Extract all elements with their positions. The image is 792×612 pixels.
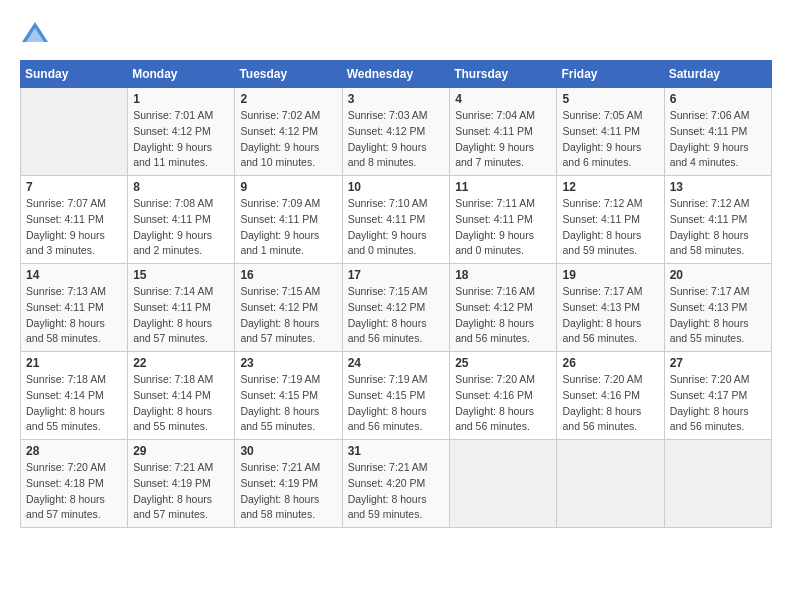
day-info: Sunrise: 7:14 AMSunset: 4:11 PMDaylight:… xyxy=(133,285,213,344)
day-number: 7 xyxy=(26,180,122,194)
calendar-cell: 28Sunrise: 7:20 AMSunset: 4:18 PMDayligh… xyxy=(21,440,128,528)
day-number: 27 xyxy=(670,356,766,370)
calendar-cell xyxy=(21,88,128,176)
day-number: 19 xyxy=(562,268,658,282)
calendar-cell: 24Sunrise: 7:19 AMSunset: 4:15 PMDayligh… xyxy=(342,352,450,440)
calendar-cell: 18Sunrise: 7:16 AMSunset: 4:12 PMDayligh… xyxy=(450,264,557,352)
calendar-cell: 10Sunrise: 7:10 AMSunset: 4:11 PMDayligh… xyxy=(342,176,450,264)
calendar-cell: 17Sunrise: 7:15 AMSunset: 4:12 PMDayligh… xyxy=(342,264,450,352)
day-info: Sunrise: 7:19 AMSunset: 4:15 PMDaylight:… xyxy=(348,373,428,432)
day-number: 23 xyxy=(240,356,336,370)
day-number: 17 xyxy=(348,268,445,282)
day-info: Sunrise: 7:07 AMSunset: 4:11 PMDaylight:… xyxy=(26,197,106,256)
day-info: Sunrise: 7:17 AMSunset: 4:13 PMDaylight:… xyxy=(562,285,642,344)
day-number: 20 xyxy=(670,268,766,282)
calendar-cell xyxy=(664,440,771,528)
day-number: 31 xyxy=(348,444,445,458)
day-info: Sunrise: 7:03 AMSunset: 4:12 PMDaylight:… xyxy=(348,109,428,168)
day-number: 15 xyxy=(133,268,229,282)
day-number: 2 xyxy=(240,92,336,106)
day-number: 16 xyxy=(240,268,336,282)
calendar-cell: 3Sunrise: 7:03 AMSunset: 4:12 PMDaylight… xyxy=(342,88,450,176)
calendar-week-4: 28Sunrise: 7:20 AMSunset: 4:18 PMDayligh… xyxy=(21,440,772,528)
day-number: 24 xyxy=(348,356,445,370)
day-number: 11 xyxy=(455,180,551,194)
calendar-cell: 30Sunrise: 7:21 AMSunset: 4:19 PMDayligh… xyxy=(235,440,342,528)
day-info: Sunrise: 7:21 AMSunset: 4:20 PMDaylight:… xyxy=(348,461,428,520)
day-info: Sunrise: 7:18 AMSunset: 4:14 PMDaylight:… xyxy=(133,373,213,432)
calendar-cell: 19Sunrise: 7:17 AMSunset: 4:13 PMDayligh… xyxy=(557,264,664,352)
day-number: 25 xyxy=(455,356,551,370)
day-info: Sunrise: 7:20 AMSunset: 4:17 PMDaylight:… xyxy=(670,373,750,432)
day-header-monday: Monday xyxy=(128,61,235,88)
day-number: 6 xyxy=(670,92,766,106)
day-number: 5 xyxy=(562,92,658,106)
calendar-cell: 15Sunrise: 7:14 AMSunset: 4:11 PMDayligh… xyxy=(128,264,235,352)
day-info: Sunrise: 7:13 AMSunset: 4:11 PMDaylight:… xyxy=(26,285,106,344)
calendar-cell: 9Sunrise: 7:09 AMSunset: 4:11 PMDaylight… xyxy=(235,176,342,264)
calendar-cell: 29Sunrise: 7:21 AMSunset: 4:19 PMDayligh… xyxy=(128,440,235,528)
day-info: Sunrise: 7:20 AMSunset: 4:16 PMDaylight:… xyxy=(562,373,642,432)
calendar-cell: 16Sunrise: 7:15 AMSunset: 4:12 PMDayligh… xyxy=(235,264,342,352)
calendar-cell: 6Sunrise: 7:06 AMSunset: 4:11 PMDaylight… xyxy=(664,88,771,176)
day-number: 21 xyxy=(26,356,122,370)
day-info: Sunrise: 7:17 AMSunset: 4:13 PMDaylight:… xyxy=(670,285,750,344)
calendar-cell: 7Sunrise: 7:07 AMSunset: 4:11 PMDaylight… xyxy=(21,176,128,264)
calendar-week-1: 7Sunrise: 7:07 AMSunset: 4:11 PMDaylight… xyxy=(21,176,772,264)
day-number: 30 xyxy=(240,444,336,458)
calendar-cell: 1Sunrise: 7:01 AMSunset: 4:12 PMDaylight… xyxy=(128,88,235,176)
day-header-friday: Friday xyxy=(557,61,664,88)
day-info: Sunrise: 7:02 AMSunset: 4:12 PMDaylight:… xyxy=(240,109,320,168)
calendar-cell xyxy=(557,440,664,528)
calendar-header-row: SundayMondayTuesdayWednesdayThursdayFrid… xyxy=(21,61,772,88)
day-info: Sunrise: 7:06 AMSunset: 4:11 PMDaylight:… xyxy=(670,109,750,168)
day-number: 4 xyxy=(455,92,551,106)
calendar-cell: 8Sunrise: 7:08 AMSunset: 4:11 PMDaylight… xyxy=(128,176,235,264)
day-header-wednesday: Wednesday xyxy=(342,61,450,88)
day-info: Sunrise: 7:18 AMSunset: 4:14 PMDaylight:… xyxy=(26,373,106,432)
calendar-cell: 2Sunrise: 7:02 AMSunset: 4:12 PMDaylight… xyxy=(235,88,342,176)
day-info: Sunrise: 7:12 AMSunset: 4:11 PMDaylight:… xyxy=(562,197,642,256)
page-header xyxy=(20,20,772,50)
calendar-week-0: 1Sunrise: 7:01 AMSunset: 4:12 PMDaylight… xyxy=(21,88,772,176)
day-number: 1 xyxy=(133,92,229,106)
day-number: 14 xyxy=(26,268,122,282)
calendar-cell: 4Sunrise: 7:04 AMSunset: 4:11 PMDaylight… xyxy=(450,88,557,176)
calendar-cell: 26Sunrise: 7:20 AMSunset: 4:16 PMDayligh… xyxy=(557,352,664,440)
calendar-cell: 14Sunrise: 7:13 AMSunset: 4:11 PMDayligh… xyxy=(21,264,128,352)
calendar-cell: 13Sunrise: 7:12 AMSunset: 4:11 PMDayligh… xyxy=(664,176,771,264)
day-number: 28 xyxy=(26,444,122,458)
day-header-sunday: Sunday xyxy=(21,61,128,88)
day-number: 12 xyxy=(562,180,658,194)
day-info: Sunrise: 7:04 AMSunset: 4:11 PMDaylight:… xyxy=(455,109,535,168)
day-number: 8 xyxy=(133,180,229,194)
day-info: Sunrise: 7:08 AMSunset: 4:11 PMDaylight:… xyxy=(133,197,213,256)
day-number: 10 xyxy=(348,180,445,194)
calendar-cell: 12Sunrise: 7:12 AMSunset: 4:11 PMDayligh… xyxy=(557,176,664,264)
day-number: 3 xyxy=(348,92,445,106)
day-number: 22 xyxy=(133,356,229,370)
calendar-cell: 31Sunrise: 7:21 AMSunset: 4:20 PMDayligh… xyxy=(342,440,450,528)
calendar-cell: 27Sunrise: 7:20 AMSunset: 4:17 PMDayligh… xyxy=(664,352,771,440)
day-info: Sunrise: 7:15 AMSunset: 4:12 PMDaylight:… xyxy=(348,285,428,344)
calendar-cell xyxy=(450,440,557,528)
day-number: 9 xyxy=(240,180,336,194)
day-info: Sunrise: 7:11 AMSunset: 4:11 PMDaylight:… xyxy=(455,197,535,256)
calendar-cell: 5Sunrise: 7:05 AMSunset: 4:11 PMDaylight… xyxy=(557,88,664,176)
day-header-tuesday: Tuesday xyxy=(235,61,342,88)
day-info: Sunrise: 7:05 AMSunset: 4:11 PMDaylight:… xyxy=(562,109,642,168)
day-info: Sunrise: 7:19 AMSunset: 4:15 PMDaylight:… xyxy=(240,373,320,432)
day-info: Sunrise: 7:01 AMSunset: 4:12 PMDaylight:… xyxy=(133,109,213,168)
day-header-saturday: Saturday xyxy=(664,61,771,88)
day-info: Sunrise: 7:16 AMSunset: 4:12 PMDaylight:… xyxy=(455,285,535,344)
day-number: 26 xyxy=(562,356,658,370)
logo xyxy=(20,20,54,50)
day-info: Sunrise: 7:10 AMSunset: 4:11 PMDaylight:… xyxy=(348,197,428,256)
calendar-cell: 21Sunrise: 7:18 AMSunset: 4:14 PMDayligh… xyxy=(21,352,128,440)
day-info: Sunrise: 7:21 AMSunset: 4:19 PMDaylight:… xyxy=(240,461,320,520)
day-info: Sunrise: 7:15 AMSunset: 4:12 PMDaylight:… xyxy=(240,285,320,344)
day-info: Sunrise: 7:12 AMSunset: 4:11 PMDaylight:… xyxy=(670,197,750,256)
calendar-cell: 22Sunrise: 7:18 AMSunset: 4:14 PMDayligh… xyxy=(128,352,235,440)
day-info: Sunrise: 7:20 AMSunset: 4:16 PMDaylight:… xyxy=(455,373,535,432)
day-number: 18 xyxy=(455,268,551,282)
